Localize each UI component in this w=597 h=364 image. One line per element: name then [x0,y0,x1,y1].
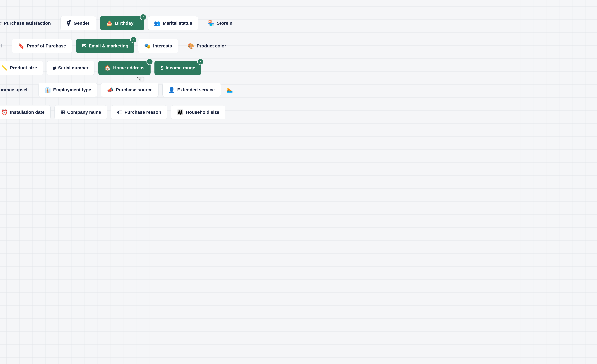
product-size-icon: 📏 [1,65,8,70]
purchase-satisfaction-label: Purchase satisfaction [4,21,51,26]
card-employment-type[interactable]: 👔 Employment type [38,83,97,97]
serial-number-icon: # [53,65,56,70]
marital-status-icon: 👥 [154,21,160,26]
row-2: ell 🔖 Proof of Purchase ✓ ✉ Email & mark… [0,39,232,53]
store-name-icon: 🏪 [208,21,214,26]
row-1: ★ Purchase satisfaction ⚥ Gender ✓ 🎂 Bir… [0,16,238,30]
home-address-label: Home address [113,65,145,70]
home-address-checkmark: ✓ [147,59,153,65]
card-income-range[interactable]: ✓ $ Income range [154,61,201,75]
row-5: ⏰ Installation date ⊞ Company name 🏷 Pur… [0,105,225,119]
card-interests[interactable]: 🎭 Interests [138,39,178,53]
card-home-address[interactable]: ✓ 🏠 Home address [98,61,150,75]
insurance-upsell-partial-label: surance upsell [0,87,29,93]
email-marketing-icon: ✉ [82,43,86,49]
household-size-icon: 👨‍👩‍👧 [177,110,184,115]
card-swim-partial[interactable]: 🏊 [225,83,239,97]
birthday-label: Birthday [115,21,134,26]
canvas: ★ Purchase satisfaction ⚥ Gender ✓ 🎂 Bir… [0,0,597,364]
card-purchase-satisfaction[interactable]: ★ Purchase satisfaction [0,16,57,30]
proof-of-purchase-label: Proof of Purchase [27,43,66,49]
swim-icon: 🏊 [226,87,233,93]
income-range-label: Income range [166,65,195,70]
gender-label: Gender [73,21,89,26]
company-name-label: Company name [67,110,101,115]
card-company-name[interactable]: ⊞ Company name [55,105,107,119]
card-product-size[interactable]: 📏 Product size [0,61,43,75]
interests-label: Interests [153,43,172,49]
email-marketing-label: Email & marketing [89,43,128,49]
extended-service-label: Extended service [177,87,215,93]
grid-background [0,0,597,364]
employment-type-label: Employment type [53,87,91,93]
card-household-size[interactable]: 👨‍👩‍👧 Household size [171,105,225,119]
card-marital-status[interactable]: 👥 Marital status [148,16,198,30]
row-3: 📏 Product size # Serial number ✓ 🏠 Home … [0,61,201,75]
card-purchase-source[interactable]: 📣 Purchase source [101,83,158,97]
card-serial-number[interactable]: # Serial number [47,61,94,75]
product-size-label: Product size [10,65,37,70]
home-address-icon: 🏠 [104,65,111,70]
card-extended-service[interactable]: 👤 Extended service [162,83,221,97]
purchase-source-label: Purchase source [116,87,152,93]
card-birthday[interactable]: ✓ 🎂 Birthday [100,16,144,30]
card-email-marketing[interactable]: ✓ ✉ Email & marketing [76,39,134,53]
card-gender[interactable]: ⚥ Gender [61,16,96,30]
card-installation-date[interactable]: ⏰ Installation date [0,105,51,119]
card-insurance-upsell-partial[interactable]: surance upsell [0,83,34,97]
card-product-color[interactable]: 🎨 Product color [182,39,232,53]
income-range-icon: $ [160,65,163,70]
proof-of-purchase-icon: 🔖 [18,43,24,49]
product-color-label: Product color [196,43,226,49]
birthday-icon: 🎂 [106,21,113,26]
birthday-checkmark: ✓ [140,14,147,20]
store-name-label: Store n [217,21,232,26]
extended-service-icon: 👤 [168,87,175,93]
purchase-reason-label: Purchase reason [125,110,161,115]
household-size-label: Household size [186,110,219,115]
card-store-name[interactable]: 🏪 Store n [202,16,238,30]
upsell-partial-label: ell [0,43,2,49]
company-name-icon: ⊞ [61,110,65,115]
product-color-icon: 🎨 [188,43,194,49]
employment-type-icon: 👔 [44,87,51,93]
card-proof-of-purchase[interactable]: 🔖 Proof of Purchase [12,39,72,53]
purchase-reason-icon: 🏷 [117,110,122,115]
serial-number-label: Serial number [58,65,88,70]
card-purchase-reason[interactable]: 🏷 Purchase reason [111,105,167,119]
income-range-checkmark: ✓ [197,59,204,65]
gender-icon: ⚥ [66,21,71,26]
purchase-satisfaction-icon: ★ [0,21,1,26]
card-upsell-partial[interactable]: ell [0,39,8,53]
marital-status-label: Marital status [163,21,192,26]
purchase-source-icon: 📣 [107,87,113,93]
email-marketing-checkmark: ✓ [130,37,137,43]
installation-date-label: Installation date [10,110,45,115]
interests-icon: 🎭 [144,43,151,49]
row-4: surance upsell 👔 Employment type 📣 Purch… [0,83,239,97]
installation-date-icon: ⏰ [1,110,8,115]
